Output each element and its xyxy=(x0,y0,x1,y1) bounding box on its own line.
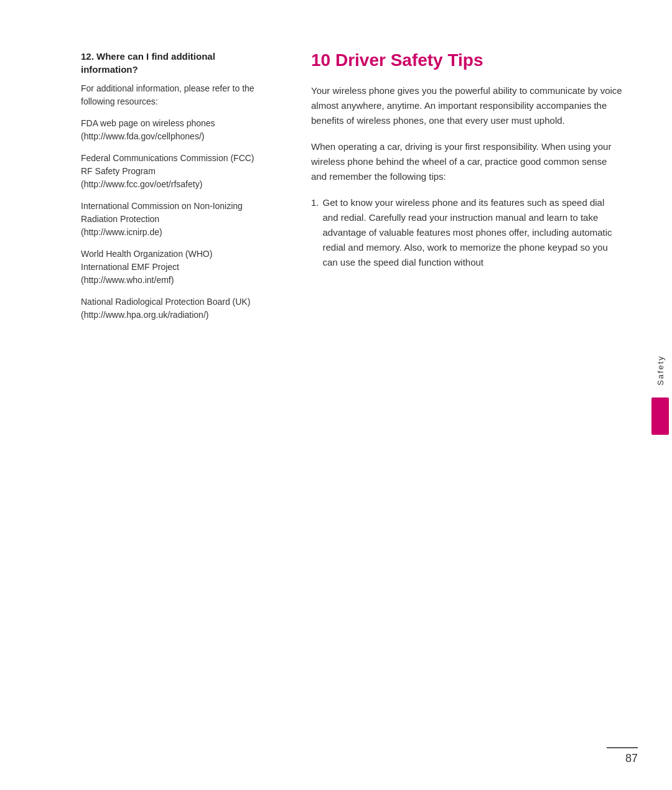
paragraph-1: Your wireless phone gives you the powerf… xyxy=(311,83,622,128)
page-number: 87 xyxy=(625,752,638,764)
resource-fcc-text: Federal Communications Commission (FCC) … xyxy=(81,153,254,176)
resource-fda-text: FDA web page on wireless phones xyxy=(81,118,215,128)
page-divider xyxy=(607,747,638,748)
list-number-1: 1. xyxy=(311,195,319,270)
resource-fda: FDA web page on wireless phones (http://… xyxy=(81,117,261,143)
right-column: 10 Driver Safety Tips Your wireless phon… xyxy=(286,50,672,753)
resource-nrpb-url: (http://www.hpa.org.uk/radiation/) xyxy=(81,310,208,320)
resource-who-text: World Health Organization (WHO) Internat… xyxy=(81,249,212,272)
page-number-area: 87 xyxy=(607,747,638,765)
sidebar-label: Safety xyxy=(656,355,665,386)
left-column: 12. Where can I find additional informat… xyxy=(0,50,286,753)
resource-fda-url: (http://www.fda.gov/cellphones/) xyxy=(81,131,204,141)
resource-fcc-url: (http://www.fcc.gov/oet/rfsafety) xyxy=(81,179,202,189)
resource-nrpb-text: National Radiological Protection Board (… xyxy=(81,297,250,307)
resource-who-url: (http://www.who.int/emf) xyxy=(81,275,174,285)
paragraph-2: When operating a car, driving is your fi… xyxy=(311,139,622,184)
resource-icnirp-url: (http://www.icnirp.de) xyxy=(81,227,162,237)
resource-nrpb: National Radiological Protection Board (… xyxy=(81,295,261,322)
section-title: 10 Driver Safety Tips xyxy=(311,50,622,71)
sidebar-bar xyxy=(651,397,669,435)
resource-icnirp: International Commission on Non-Ionizing… xyxy=(81,200,261,239)
resource-who: World Health Organization (WHO) Internat… xyxy=(81,248,261,287)
intro-text: For additional information, please refer… xyxy=(81,82,261,108)
resource-fcc: Federal Communications Commission (FCC) … xyxy=(81,152,261,191)
sidebar-tab: Safety xyxy=(648,0,672,790)
page-container: 12. Where can I find additional informat… xyxy=(0,0,672,790)
list-item-1: 1. Get to know your wireless phone and i… xyxy=(311,195,622,270)
list-item-1-text: Get to know your wireless phone and its … xyxy=(323,195,622,270)
question-heading: 12. Where can I find additional informat… xyxy=(81,50,261,76)
resource-icnirp-text: International Commission on Non-Ionizing… xyxy=(81,201,243,224)
